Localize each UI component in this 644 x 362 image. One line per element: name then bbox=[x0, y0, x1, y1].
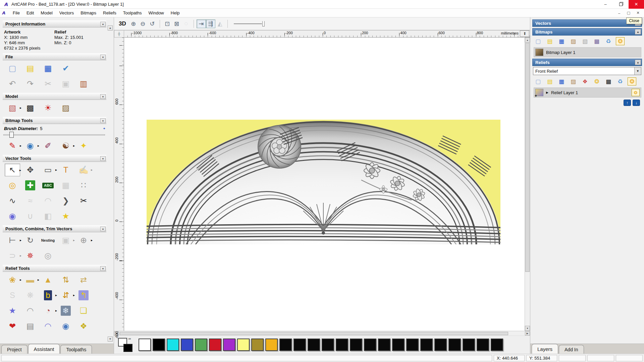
tab-toolpaths[interactable]: Toolpaths bbox=[60, 345, 92, 354]
relief-visibility-icon[interactable]: ❂ bbox=[592, 77, 601, 85]
transform-vectors-icon[interactable]: ✥ bbox=[22, 164, 38, 176]
palette-swatch[interactable] bbox=[420, 339, 433, 351]
menu-item[interactable]: Reliefs bbox=[100, 9, 120, 16]
toggle-all-bitmaps-icon[interactable]: ❂ bbox=[616, 37, 625, 45]
scrollbar-thumb[interactable] bbox=[120, 332, 508, 335]
toggle-3d-view-button[interactable]: 3D bbox=[117, 20, 128, 28]
cut-icon[interactable]: ✂ bbox=[40, 77, 56, 90]
zoom-out-icon[interactable]: ⊖ bbox=[138, 19, 148, 28]
basket-weave-icon[interactable]: ▤ bbox=[22, 320, 38, 333]
palette-swatch[interactable] bbox=[153, 339, 165, 351]
weld-vectors-icon[interactable]: ⊕ bbox=[76, 234, 91, 247]
face-wizard-icon[interactable]: ❖ bbox=[76, 320, 91, 333]
menu-item[interactable]: Bitmaps bbox=[77, 9, 100, 16]
palette-swatch[interactable] bbox=[181, 339, 193, 351]
create-rectangle-icon[interactable]: ▭ bbox=[40, 164, 56, 176]
create-text-icon[interactable]: T bbox=[58, 164, 73, 176]
envelope-distort-icon[interactable]: ▦ bbox=[58, 179, 73, 192]
zoom-fit-icon[interactable]: ⊠ bbox=[172, 19, 181, 28]
copy-relief-icon[interactable]: ⇄ bbox=[76, 274, 91, 286]
tab-assistant[interactable]: Assistant bbox=[28, 344, 60, 354]
bitmap-image-icon[interactable]: ▩ bbox=[592, 37, 601, 45]
load-relief-icon[interactable]: ↰ bbox=[76, 289, 91, 302]
zoom-object-icon[interactable]: ◌ bbox=[181, 19, 191, 28]
set-model-size-icon[interactable]: ▧ bbox=[5, 102, 20, 114]
select-vectors-icon[interactable]: ↖ bbox=[5, 164, 20, 176]
join-vectors-icon[interactable]: ∪ bbox=[22, 210, 38, 223]
delete-relief-layer-icon[interactable]: ♻ bbox=[616, 77, 625, 85]
decal-relief-icon[interactable]: ❖ bbox=[581, 77, 589, 85]
menu-item[interactable]: Vectors bbox=[56, 9, 77, 16]
horizontal-scrollbar[interactable]: ◀ ▶ bbox=[114, 331, 530, 336]
turn-relief-icon[interactable]: ◉ bbox=[58, 320, 73, 333]
palette-swatch[interactable] bbox=[139, 339, 151, 351]
palette-swatch[interactable] bbox=[279, 339, 292, 351]
close-vector-icon[interactable]: ⊃ bbox=[5, 249, 20, 262]
gradient-bitmap-icon[interactable]: ▧ bbox=[581, 37, 589, 45]
ruler-origin-icon[interactable]: ╋ bbox=[114, 30, 124, 38]
shape-editor-icon[interactable]: ❀ bbox=[5, 274, 20, 286]
scrollbar-thumb[interactable] bbox=[525, 43, 530, 272]
new-relief-layer-icon[interactable]: ▢ bbox=[534, 77, 542, 85]
free-sketch-icon[interactable]: ≈ bbox=[22, 194, 38, 207]
paste-along-curve-icon[interactable]: ∷ bbox=[76, 179, 91, 192]
palette-swatch[interactable] bbox=[251, 339, 264, 351]
rollup-button[interactable]: ▲ bbox=[100, 118, 106, 123]
palette-swatch[interactable] bbox=[406, 339, 419, 351]
palette-swatch[interactable] bbox=[322, 339, 334, 351]
load-bitmap-icon[interactable]: ▨ bbox=[58, 102, 73, 114]
menu-item[interactable]: Help bbox=[167, 9, 183, 16]
palette-swatch[interactable] bbox=[167, 339, 179, 351]
scroll-down-icon[interactable]: ▼ bbox=[525, 326, 530, 331]
palette-swatch[interactable] bbox=[364, 339, 376, 351]
two-rail-sweep-icon[interactable]: ◔ bbox=[40, 304, 56, 317]
undo-icon[interactable]: ↶ bbox=[5, 77, 20, 90]
slider-thumb[interactable] bbox=[262, 21, 265, 26]
relief-layer-row[interactable]: + ▶ Relief Layer 1 ❂ bbox=[534, 87, 641, 98]
greyscale-preview-icon[interactable]: ▩ bbox=[604, 77, 613, 85]
model-options-icon[interactable]: ✔ bbox=[58, 62, 73, 75]
relief-select-combo[interactable]: Front Relief ▼ bbox=[533, 67, 641, 75]
rollup-button[interactable]: ▲ bbox=[100, 266, 106, 271]
toggle-all-reliefs-icon[interactable]: ❂ bbox=[628, 77, 636, 85]
create-arc-icon[interactable]: ◠ bbox=[40, 194, 56, 207]
flood-fill-icon[interactable]: ◉ bbox=[22, 139, 38, 152]
palette-swatch[interactable] bbox=[350, 339, 362, 351]
rollup-button[interactable]: ▲ bbox=[100, 156, 106, 161]
palette-swatch[interactable] bbox=[463, 339, 475, 351]
palette-swatch[interactable] bbox=[223, 339, 235, 351]
palette-swatch[interactable] bbox=[336, 339, 348, 351]
tab-layers[interactable]: Layers bbox=[532, 344, 558, 354]
texture-relief-layer-icon[interactable]: ▨ bbox=[569, 77, 578, 85]
magic-eraser-icon[interactable]: ✦ bbox=[76, 139, 91, 152]
open-relief-layer-icon[interactable]: ▤ bbox=[545, 77, 554, 85]
tab-add-in[interactable]: Add In bbox=[559, 345, 584, 354]
wrap-text-icon[interactable]: ✍ bbox=[76, 164, 91, 176]
collapse-section-button[interactable]: ▲ bbox=[635, 60, 641, 65]
offset-vectors-icon[interactable]: ❯ bbox=[58, 194, 73, 207]
rollup-button[interactable]: ▲ bbox=[100, 227, 106, 231]
delete-bitmap-layer-icon[interactable]: ♻ bbox=[604, 37, 613, 45]
palette-swatch[interactable] bbox=[392, 339, 405, 351]
save-relief-layer-icon[interactable]: ▦ bbox=[557, 77, 566, 85]
open-bitmap-layer-icon[interactable]: ▤ bbox=[545, 37, 554, 45]
palette-swatch[interactable] bbox=[237, 339, 250, 351]
move-layer-down-button[interactable]: ↓ bbox=[633, 100, 640, 106]
rollup-button[interactable]: ▲ bbox=[100, 22, 106, 26]
primary-secondary-colour[interactable]: ∞ bbox=[117, 337, 137, 353]
brush-diameter-slider[interactable] bbox=[3, 132, 105, 138]
constant-height-relief-icon[interactable]: ▬ bbox=[22, 274, 38, 286]
tab-project[interactable]: Project bbox=[1, 345, 28, 354]
move-layer-up-button[interactable]: ↑ bbox=[624, 100, 631, 106]
palette-swatch[interactable] bbox=[195, 339, 207, 351]
model-lighting-icon[interactable]: ☀ bbox=[40, 102, 56, 114]
create-star-icon[interactable]: ★ bbox=[58, 210, 73, 223]
save-bitmap-layer-icon[interactable]: ▦ bbox=[557, 37, 566, 45]
vertical-scrollbar[interactable]: ▲ ▼ bbox=[525, 38, 530, 331]
sculpting-icon[interactable]: S bbox=[5, 289, 20, 302]
new-model-icon[interactable]: ▢ bbox=[5, 62, 20, 75]
nesting-icon[interactable]: Nesting bbox=[40, 234, 56, 247]
minimize-button[interactable]: – bbox=[598, 0, 613, 9]
secondary-colour-swatch[interactable] bbox=[123, 344, 132, 352]
scroll-up-icon[interactable]: ▲ bbox=[525, 38, 530, 43]
